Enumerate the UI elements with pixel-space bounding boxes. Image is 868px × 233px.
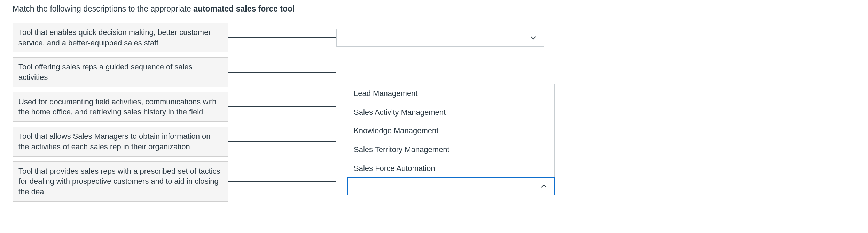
answer-select-dropdown[interactable]: Lead Management Sales Activity Managemen… (347, 84, 555, 195)
connector-line (228, 72, 336, 73)
description-box: Tool that allows Sales Managers to obtai… (13, 127, 228, 156)
connector-line (228, 37, 336, 38)
description-box: Tool offering sales reps a guided sequen… (13, 57, 228, 87)
description-text: Tool offering sales reps a guided sequen… (18, 62, 222, 82)
select-option[interactable]: Knowledge Management (347, 121, 554, 140)
select-option[interactable]: Sales Territory Management (347, 140, 554, 159)
match-row: Tool that enables quick decision making,… (13, 23, 556, 52)
description-text: Tool that allows Sales Managers to obtai… (18, 131, 222, 152)
description-text: Tool that enables quick decision making,… (18, 27, 222, 48)
select-option[interactable]: Sales Activity Management (347, 103, 554, 122)
select-option[interactable]: Sales Force Automation (347, 159, 554, 178)
select-option[interactable]: Lead Management (347, 84, 554, 103)
description-box: Used for documenting field activities, c… (13, 92, 228, 122)
prompt-bold: automated sales force tool (193, 4, 295, 13)
match-row: Tool offering sales reps a guided sequen… (13, 57, 556, 87)
chevron-up-icon (540, 182, 548, 190)
answer-select-open[interactable] (347, 177, 555, 195)
connector-line (228, 181, 336, 182)
connector-line (228, 106, 336, 107)
chevron-down-icon (530, 34, 537, 42)
description-text: Tool that provides sales reps with a pre… (18, 166, 222, 197)
description-box: Tool that provides sales reps with a pre… (13, 161, 228, 202)
description-text: Used for documenting field activities, c… (18, 97, 222, 117)
question-prompt: Match the following descriptions to the … (13, 3, 868, 14)
prompt-prefix: Match the following descriptions to the … (13, 4, 193, 13)
answer-select[interactable] (336, 29, 544, 47)
connector-line (228, 141, 336, 142)
description-box: Tool that enables quick decision making,… (13, 23, 228, 52)
